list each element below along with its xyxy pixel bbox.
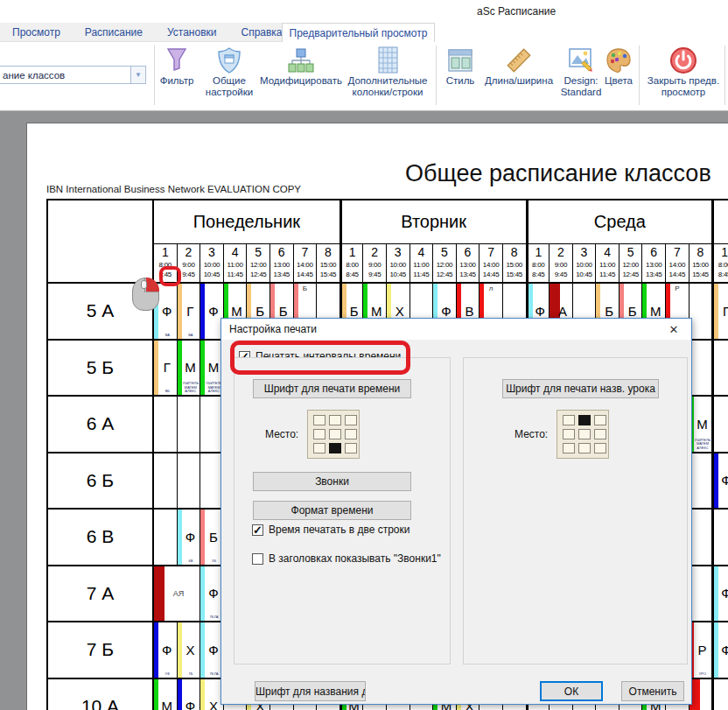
general-settings-button[interactable]: Общие настройки (201, 46, 257, 97)
teacher-small-text: УФ (159, 672, 176, 677)
report-type-combobox[interactable]: ание классов ▼ (0, 66, 146, 84)
position-cell[interactable] (594, 415, 606, 425)
position-cell[interactable] (578, 429, 591, 439)
combobox-value: ание классов (0, 70, 130, 81)
cancel-button[interactable]: Отменить (621, 681, 684, 701)
position-cell[interactable] (329, 429, 341, 439)
menu-timetable[interactable]: Расписание (73, 26, 155, 39)
menu-view[interactable]: Просмотр (0, 26, 73, 39)
position-cell[interactable] (594, 443, 606, 453)
period-header: 613:0013:45 (457, 244, 480, 284)
period-end-time: 9:45 (363, 270, 386, 279)
position-cell[interactable] (345, 443, 357, 453)
dialog-titlebar[interactable]: Настройка печати ✕ (221, 319, 691, 340)
checkbox-box[interactable] (252, 553, 263, 565)
period-end-time: 11:45 (596, 270, 619, 279)
lesson-position-grid[interactable] (556, 410, 609, 459)
period-start-time: 13:00 (270, 260, 293, 270)
modify-button[interactable]: Модифицировать (258, 46, 344, 87)
menubar: Просмотр Расписание Установки Справка Пр… (0, 23, 728, 42)
class-label: 6 В (48, 510, 154, 566)
filter-button[interactable]: Фильтр (158, 46, 195, 87)
position-cell[interactable] (345, 429, 357, 439)
tab-print-preview[interactable]: Предварительный просмотр (282, 23, 435, 42)
close-preview-button[interactable]: Закрыть предв. просмотр (642, 46, 724, 97)
period-end-time: 8:45 (528, 270, 550, 279)
period-header: 18:008:45 (712, 244, 728, 284)
checkbox-box[interactable] (252, 524, 263, 536)
lesson-cell (154, 453, 178, 510)
subject-letter: АЯ (154, 566, 200, 622)
style-window-icon (446, 46, 474, 75)
bells-button[interactable]: Звонки (253, 472, 411, 491)
teacher-small-text: ВБ (159, 390, 176, 394)
lesson-cell (690, 679, 713, 710)
period-end-time: 13:45 (457, 270, 480, 279)
lesson-cell (154, 510, 178, 566)
position-cell-selected[interactable] (578, 415, 591, 425)
subject-letter: Б (200, 510, 223, 565)
period-start-time: 12:00 (247, 260, 270, 270)
colors-button[interactable]: Цвета (601, 46, 636, 87)
period-header: 714:0014:45 (480, 244, 503, 284)
time-position-grid[interactable] (307, 410, 360, 459)
period-start-time: 8:00 (528, 260, 550, 270)
period-start-time: 13:00 (457, 260, 480, 270)
subject-letter: Ф (178, 679, 200, 710)
font-for-time-button[interactable]: Шрифт для печати времени (253, 379, 411, 398)
style-button[interactable]: Стиль (443, 46, 478, 87)
period-start-time: 9:00 (550, 260, 572, 270)
ribbon-separator (436, 46, 437, 105)
palette-icon (605, 46, 633, 75)
day-header: Среда (527, 200, 713, 244)
length-width-button[interactable]: Длина/ширина (480, 46, 558, 87)
subject-letter: Ф (200, 284, 223, 339)
position-cell[interactable] (563, 443, 575, 453)
class-label: 10 А (48, 679, 154, 710)
position-cell[interactable] (313, 443, 326, 453)
position-cell[interactable] (313, 429, 326, 439)
class-label: 7 Б (48, 622, 154, 679)
dialog-close-icon[interactable]: ✕ (663, 320, 684, 338)
position-cell[interactable] (578, 443, 591, 453)
position-cell[interactable] (329, 415, 341, 425)
position-cell[interactable] (563, 429, 575, 439)
period-start-time: 12:00 (433, 260, 456, 270)
combobox-dropdown-icon[interactable]: ▼ (130, 67, 145, 83)
additional-columns-rows-button[interactable]: Дополнительные колонки/строки (344, 46, 431, 97)
design-button[interactable]: Design: Standard (556, 46, 606, 97)
period-start-time: 13:00 (642, 260, 665, 270)
subject-letter: М (154, 679, 177, 710)
period-end-time: 14:45 (666, 270, 689, 279)
period-header: 815:0015:45 (503, 244, 527, 284)
period-end-time: 8:45 (714, 270, 728, 279)
period-start-time: 11:00 (224, 260, 247, 270)
period-start-time: 9:00 (178, 260, 200, 270)
font-for-lesson-name-button[interactable]: Шрифт для печати назв. урока (502, 379, 659, 398)
position-cell[interactable] (563, 415, 575, 425)
show-bells1-checkbox[interactable]: В заголовках показывать "Звонки1" (252, 552, 441, 565)
subject-letter: Х (178, 622, 200, 678)
position-cell[interactable] (345, 415, 357, 425)
position-cell-selected[interactable] (329, 443, 341, 453)
position-cell[interactable] (594, 429, 606, 439)
period-start-time: 15:00 (317, 260, 340, 270)
position-cell[interactable] (313, 415, 326, 425)
power-close-icon (669, 46, 697, 75)
ok-button[interactable]: ОК (540, 681, 603, 701)
lesson-cell (154, 397, 178, 453)
period-number: 6 (642, 244, 665, 260)
period-header: 29:009:45 (550, 244, 573, 284)
period-number: 3 (200, 244, 223, 260)
modify-nodes-icon (287, 46, 315, 75)
font-for-day-name-button[interactable]: Шрифт для названия дня (255, 681, 366, 701)
design-picture-icon (567, 46, 595, 75)
time-format-button[interactable]: Формат времени (253, 501, 411, 520)
menu-settings[interactable]: Установки (155, 26, 228, 39)
period-end-time: 10:45 (200, 270, 223, 279)
subject-letter: Ф (200, 622, 223, 678)
period-header: 18:008:45 (527, 244, 550, 284)
time-two-lines-checkbox[interactable]: Время печатать в две строки (252, 524, 410, 536)
period-number: 4 (596, 244, 619, 260)
ruler-icon (505, 46, 533, 75)
